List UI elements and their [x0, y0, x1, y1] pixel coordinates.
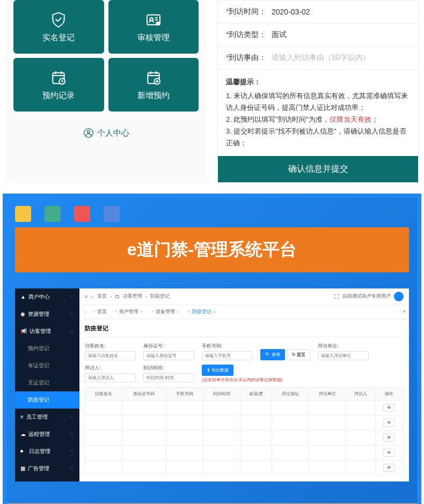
field-visit-type[interactable]: *到访类型： 面试	[218, 24, 418, 47]
table-header: 身份证号码	[122, 387, 166, 400]
desktop-icon[interactable]	[45, 206, 61, 222]
section-title: 防疫登记	[85, 324, 404, 337]
input-phone[interactable]	[202, 351, 253, 360]
input-visit-person[interactable]	[85, 373, 136, 382]
tile-new-booking[interactable]: 新增预约	[108, 58, 199, 112]
user-area[interactable]: ⛶ 自助测试商户专用用户	[334, 292, 404, 301]
close-icon[interactable]: ×	[177, 309, 180, 314]
sidebar: ▲商户中心﹀ ◉资源管理﹀ 📢访客管理︿ 预约登记 有证登记 无证登记 防疫登记…	[15, 288, 79, 481]
visit-reason-placeholder: 请输入到访事由（50字以内）	[272, 53, 370, 63]
tabs-prev-icon[interactable]: ‹	[83, 309, 89, 315]
field-visit-unit: 拜访单位:	[318, 343, 369, 360]
mobile-app-panel: 实名登记 审核管理 预约记录 新增预约 个人中心	[5, 0, 207, 183]
desktop-icon[interactable]	[74, 206, 90, 222]
menu-toggle-icon[interactable]: ≡	[85, 294, 87, 299]
top-bar: ≡ ⌂ 首页 › 🗀 访客管理 › 防疫登记 ⛶ 自助测试商户专用用户	[79, 288, 409, 305]
banner-title: e道门禁-管理系统平台	[15, 227, 409, 272]
fullscreen-icon[interactable]: ⛶	[334, 294, 339, 299]
sidebar-sub-epidemic[interactable]: 防疫登记	[15, 391, 79, 409]
table-header: 手机号码	[166, 387, 203, 400]
view-button[interactable]: 👁	[383, 464, 395, 472]
data-table: 访客姓名身份证号码手机号码到访时间体温/度居住地址拜访单位拜访人操作 👁 👁 👁…	[85, 387, 404, 476]
view-button[interactable]: 👁	[383, 434, 395, 442]
sidebar-item-ads[interactable]: ▦广告管理﹀	[15, 460, 79, 477]
table-row: 👁	[85, 400, 404, 415]
user-circle-icon	[83, 128, 94, 138]
tabs-row: ‹ ◦首页 ◦商户管理× ◦设备管理× ◦防疫登记× › ▾	[79, 305, 409, 319]
table-header: 到访时间	[203, 387, 240, 400]
tabs-next-icon[interactable]: ›	[399, 309, 401, 314]
table-row: 👁	[85, 460, 404, 475]
field-visit-person: 拜访人:	[85, 365, 136, 383]
tip-3: 3. 提交时若提示"找不到被访人信息"，请确认输入信息是否正确；	[226, 125, 410, 149]
table-header: 操作	[375, 387, 403, 400]
sidebar-item-remote[interactable]: ☁远程管理﹀	[15, 426, 79, 443]
tile-audit-manage[interactable]: 审核管理	[108, 0, 199, 54]
home-icon[interactable]: ⌂	[91, 294, 93, 299]
tips-title: 温馨提示：	[226, 76, 410, 88]
view-button[interactable]: 👁	[383, 419, 395, 427]
personal-center-label: 个人中心	[97, 128, 129, 138]
shield-check-icon	[50, 11, 67, 28]
sidebar-sub-noid[interactable]: 无证登记	[15, 374, 79, 391]
table-header: 访客姓名	[85, 387, 122, 400]
table-header: 居住地址	[272, 387, 309, 400]
desktop-icon[interactable]	[104, 206, 120, 222]
calendar-clock-icon	[50, 69, 67, 86]
calendar-plus-icon	[145, 69, 162, 86]
view-button[interactable]: 👁	[383, 404, 395, 412]
crumb-folder-icon: 🗀	[115, 294, 120, 299]
desktop-icons-row	[7, 206, 417, 227]
tile-booking-records[interactable]: 预约记录	[13, 58, 104, 112]
tab-home[interactable]: ◦首页	[89, 305, 111, 318]
sidebar-item-resource[interactable]: ◉资源管理﹀	[15, 306, 79, 323]
sidebar-item-staff[interactable]: ≡员工管理﹀	[15, 409, 79, 426]
table-row: 👁	[85, 415, 404, 430]
export-button[interactable]: ⬇ 导出数据	[202, 365, 233, 376]
visit-type-value: 面试	[272, 30, 287, 40]
tile-label: 审核管理	[137, 33, 170, 43]
avatar[interactable]	[394, 292, 404, 301]
tabs-menu-icon[interactable]: ▾	[403, 309, 406, 314]
table-header: 体温/度	[240, 387, 272, 400]
tile-label: 新增预约	[137, 91, 170, 101]
tab-device[interactable]: ◦设备管理×	[147, 305, 184, 318]
close-icon[interactable]: ×	[141, 309, 143, 314]
desktop-icon[interactable]	[15, 206, 31, 222]
table-row: 👁	[85, 430, 404, 445]
input-id-no[interactable]	[143, 351, 194, 360]
sidebar-sub-booking[interactable]: 预约登记	[15, 340, 79, 357]
breadcrumb: ≡ ⌂ 首页 › 🗀 访客管理 › 防疫登记	[85, 293, 170, 300]
submit-button[interactable]: 确认信息并提交	[218, 156, 418, 182]
tile-label: 实名登记	[42, 33, 75, 43]
reset-button[interactable]: ↻ 重置	[287, 349, 310, 360]
input-arrive-time[interactable]	[143, 373, 194, 382]
field-visitor-name: 访客姓名:	[85, 343, 136, 360]
search-button[interactable]: 🔍 查询	[260, 349, 285, 360]
field-phone: 手机号码:	[202, 343, 253, 360]
sidebar-item-log[interactable]: 日志管理﹀	[15, 443, 79, 460]
field-id-no: 身份证号:	[143, 343, 194, 360]
booking-form-panel: *到访时间： 2020-03-02 *到访类型： 面试 *到访事由： 请输入到访…	[217, 0, 419, 183]
field-arrive-time: 到访时间:	[143, 365, 194, 383]
tip-2: 2. 此预约以填写"到访时间"为准，仅限当天有效；	[226, 114, 410, 125]
export-hint: (仅支持单次导出31天以内的访客记录数据)	[202, 377, 282, 383]
id-card-icon	[145, 11, 162, 28]
table-header: 拜访单位	[309, 387, 346, 400]
field-visit-reason[interactable]: *到访事由： 请输入到访事由（50字以内）	[218, 47, 418, 70]
tab-merchant[interactable]: ◦商户管理×	[111, 305, 148, 318]
close-icon[interactable]: ×	[214, 309, 216, 314]
admin-window: ▲商户中心﹀ ◉资源管理﹀ 📢访客管理︿ 预约登记 有证登记 无证登记 防疫登记…	[15, 288, 409, 481]
view-button[interactable]: 👁	[383, 449, 395, 457]
input-visit-unit[interactable]	[318, 351, 369, 360]
sidebar-sub-withid[interactable]: 有证登记	[15, 357, 79, 374]
tile-realname-register[interactable]: 实名登记	[13, 0, 104, 54]
sidebar-item-visitor[interactable]: 📢访客管理︿	[15, 323, 79, 340]
visit-time-value: 2020-03-02	[272, 8, 310, 16]
tab-epidemic[interactable]: ◦防疫登记×	[184, 305, 220, 318]
field-visit-time[interactable]: *到访时间： 2020-03-02	[218, 1, 418, 24]
input-visitor-name[interactable]	[85, 351, 136, 360]
sidebar-item-merchant[interactable]: ▲商户中心﹀	[15, 288, 79, 306]
table-row: 👁	[85, 445, 404, 460]
personal-center-link[interactable]: 个人中心	[13, 112, 199, 146]
